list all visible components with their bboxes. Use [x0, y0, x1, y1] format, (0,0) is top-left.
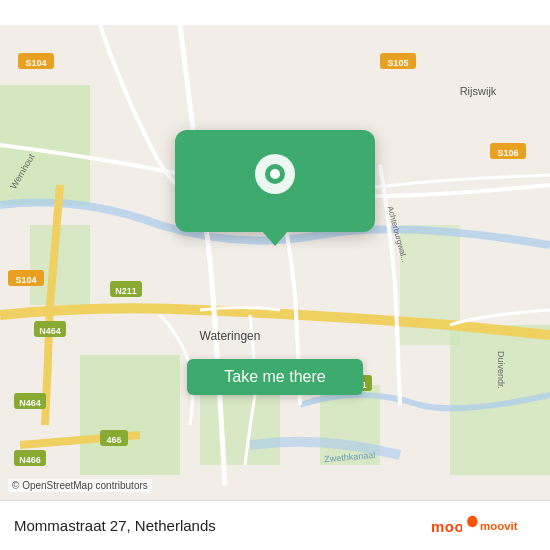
- svg-text:466: 466: [106, 435, 121, 445]
- bottom-bar: Mommastraat 27, Netherlands moovit moovi…: [0, 500, 550, 550]
- moovit-logo: moovit moovit: [430, 510, 536, 542]
- svg-text:N466: N466: [19, 455, 41, 465]
- svg-text:moovit: moovit: [480, 519, 518, 531]
- svg-text:S104: S104: [25, 58, 46, 68]
- svg-text:S104: S104: [15, 275, 36, 285]
- popup-card: Take me there: [175, 130, 375, 232]
- svg-text:Rijswijk: Rijswijk: [460, 85, 497, 97]
- svg-text:S105: S105: [387, 58, 408, 68]
- moovit-logo-icon: moovit: [430, 510, 462, 542]
- svg-text:N211: N211: [115, 286, 137, 296]
- take-me-there-button[interactable]: Take me there: [187, 359, 363, 395]
- location-label: Mommastraat 27, Netherlands: [14, 517, 216, 534]
- svg-text:N464: N464: [19, 398, 41, 408]
- moovit-brand-svg: moovit: [466, 512, 536, 540]
- svg-rect-4: [80, 355, 180, 475]
- pin-icon-area: [253, 152, 297, 208]
- map-pin-icon: [253, 152, 297, 204]
- svg-text:Duivendr.: Duivendr.: [496, 351, 506, 389]
- svg-rect-3: [30, 225, 90, 305]
- svg-text:Wateringen: Wateringen: [200, 329, 261, 343]
- osm-copyright: © OpenStreetMap contributors: [8, 479, 152, 492]
- map-container: S104 S104 S105 S106 N211 N211 N464 N464 …: [0, 0, 550, 550]
- svg-text:N464: N464: [39, 326, 61, 336]
- svg-text:S106: S106: [497, 148, 518, 158]
- svg-text:moovit: moovit: [431, 518, 462, 535]
- map-background: S104 S104 S105 S106 N211 N211 N464 N464 …: [0, 0, 550, 550]
